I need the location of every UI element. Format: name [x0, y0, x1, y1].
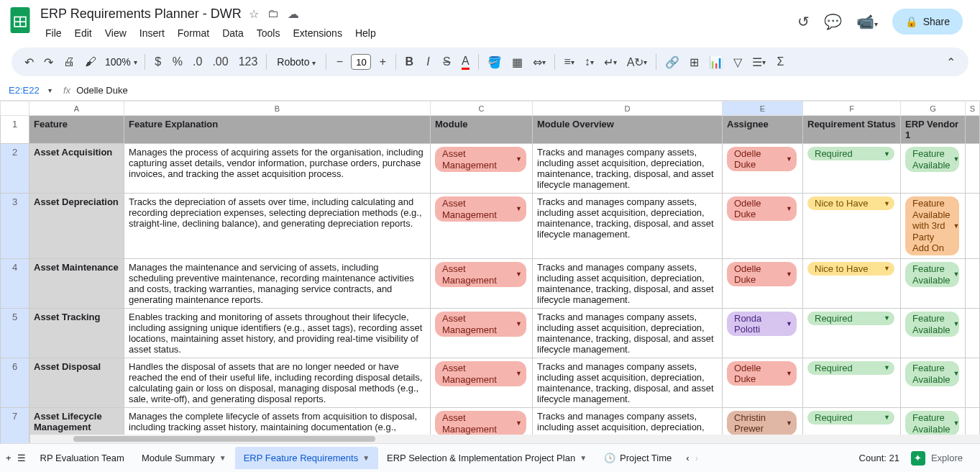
count-label[interactable]: Count: 21	[859, 453, 899, 463]
cell-status[interactable]: Nice to Have▼	[803, 258, 901, 308]
row-1[interactable]: 1	[1, 116, 29, 144]
undo-button[interactable]: ↶	[20, 51, 38, 73]
cell-assignee[interactable]: Ronda Polotti▼	[723, 308, 803, 358]
cell-feature[interactable]: Asset Depreciation	[29, 194, 124, 259]
status-chip[interactable]: Required▼	[807, 361, 894, 375]
decrease-decimal-button[interactable]: .0	[188, 51, 206, 73]
vendor-chip[interactable]: Feature Available▼	[905, 411, 959, 436]
menu-format[interactable]: Format	[173, 24, 214, 42]
cell-status[interactable]: Required▼	[803, 144, 901, 194]
col-e[interactable]: E	[723, 101, 803, 116]
halign-button[interactable]: ≡▾	[559, 51, 578, 73]
star-icon[interactable]: ☆	[249, 7, 259, 21]
sheet-tab[interactable]: ERP Feature Requirements▼	[235, 447, 378, 469]
move-icon[interactable]: 🗀	[267, 7, 279, 21]
assignee-chip[interactable]: Christin Prewer▼	[727, 411, 797, 435]
cell-status[interactable]: Nice to Have▼	[803, 194, 901, 259]
paint-format-button[interactable]: 🖌	[81, 51, 101, 73]
module-chip[interactable]: Asset Management▼	[435, 312, 526, 337]
merge-button[interactable]: ⇔▾	[528, 51, 550, 73]
history-icon[interactable]: ↺	[797, 13, 810, 30]
sheet-tab[interactable]: 🕓Project Time	[595, 447, 680, 469]
cell-module[interactable]: Asset Management▼	[431, 308, 533, 358]
col-a[interactable]: A	[29, 101, 124, 116]
cell-explain[interactable]: Enables tracking and monitoring of asset…	[124, 308, 431, 358]
cell-overview[interactable]: Tracks and manages company assets, inclu…	[533, 258, 723, 308]
status-chip[interactable]: Required▼	[807, 411, 894, 425]
col-h[interactable]: S	[966, 101, 980, 116]
more-formats-button[interactable]: 123	[234, 51, 262, 73]
wrap-button[interactable]: ↵▾	[600, 51, 621, 73]
cell-feature[interactable]: Asset Maintenance	[29, 258, 124, 308]
cell-feature[interactable]: Asset Tracking	[29, 308, 124, 358]
doc-title[interactable]: ERP Requirements Planner - DWR	[40, 6, 242, 22]
font-size-increase[interactable]: +	[374, 51, 391, 73]
assignee-chip[interactable]: Odelle Duke▼	[727, 262, 797, 286]
name-box[interactable]: E2:E22▾	[4, 83, 56, 97]
cell-overview[interactable]: Tracks and manages company assets, inclu…	[533, 358, 723, 407]
cell-explain[interactable]: Manages the maintenance and servicing of…	[124, 258, 431, 308]
italic-button[interactable]: I	[419, 51, 436, 73]
cell-status[interactable]: Required▼	[803, 308, 901, 358]
row-hdr[interactable]: 3	[1, 194, 29, 259]
cell-module[interactable]: Asset Management▼	[431, 358, 533, 407]
cell-status[interactable]: Required▼	[803, 358, 901, 407]
cell-vendor[interactable]: Feature Available with 3rd Party Add On▼	[901, 194, 966, 259]
header-overview[interactable]: Module Overview	[533, 116, 723, 144]
sheet-tab[interactable]: RP Evaluation Team	[32, 447, 133, 469]
vendor-chip[interactable]: Feature Available▼	[905, 147, 959, 172]
row-hdr[interactable]: 6	[1, 358, 29, 407]
header-feature[interactable]: Feature	[29, 116, 124, 144]
assignee-chip[interactable]: Odelle Duke▼	[727, 147, 797, 171]
fill-color-button[interactable]: 🪣	[483, 51, 506, 73]
col-d[interactable]: D	[533, 101, 723, 116]
scroll-tabs-left[interactable]: ‹	[686, 453, 689, 463]
menu-view[interactable]: View	[100, 24, 132, 42]
vendor-chip[interactable]: Feature Available▼	[905, 262, 959, 287]
meet-icon[interactable]: 📹▾	[856, 13, 878, 30]
percent-button[interactable]: %	[168, 51, 187, 73]
menu-help[interactable]: Help	[350, 24, 381, 42]
link-button[interactable]: 🔗	[661, 51, 684, 73]
row-hdr[interactable]: 2	[1, 144, 29, 194]
col-b[interactable]: B	[124, 101, 431, 116]
bold-button[interactable]: B	[400, 51, 418, 73]
sheets-logo[interactable]	[6, 6, 35, 35]
menu-file[interactable]: File	[40, 24, 67, 42]
cell-assignee[interactable]: Odelle Duke▼	[723, 144, 803, 194]
scroll-tabs-right[interactable]: ›	[695, 453, 698, 463]
header-assignee[interactable]: Assignee	[723, 116, 803, 144]
cell-assignee[interactable]: Odelle Duke▼	[723, 358, 803, 407]
cell-feature[interactable]: Asset Acquisition	[29, 144, 124, 194]
col-f[interactable]: F	[803, 101, 901, 116]
menu-extensions[interactable]: Extensions	[288, 24, 347, 42]
cell-assignee[interactable]: Odelle Duke▼	[723, 258, 803, 308]
menu-data[interactable]: Data	[217, 24, 249, 42]
rotate-button[interactable]: A↻▾	[623, 51, 652, 73]
horizontal-scrollbar[interactable]	[30, 435, 980, 443]
all-sheets-button[interactable]: ☰	[17, 453, 26, 463]
menu-tools[interactable]: Tools	[252, 24, 285, 42]
cell-module[interactable]: Asset Management▼	[431, 194, 533, 259]
cell-overview[interactable]: Tracks and manages company assets, inclu…	[533, 308, 723, 358]
cell-assignee[interactable]: Odelle Duke▼	[723, 194, 803, 259]
header-explain[interactable]: Feature Explanation	[124, 116, 431, 144]
filter-view-button[interactable]: ☰▾	[748, 51, 770, 73]
assignee-chip[interactable]: Odelle Duke▼	[727, 196, 797, 221]
zoom-select[interactable]: 100%▾	[102, 56, 140, 68]
filter-button[interactable]: ▽	[729, 51, 746, 73]
vendor-chip[interactable]: Feature Available▼	[905, 361, 959, 386]
functions-button[interactable]: Σ	[771, 51, 789, 73]
row-hdr[interactable]: 4	[1, 258, 29, 308]
font-size-decrease[interactable]: −	[331, 51, 348, 73]
explore-button[interactable]: ✦ Explore	[911, 451, 963, 466]
cell-explain[interactable]: Manages the process of acquiring assets …	[124, 144, 431, 194]
formula-bar[interactable]: Odelle Duke	[76, 85, 128, 96]
cell-overview[interactable]: Tracks and manages company assets, inclu…	[533, 144, 723, 194]
cell-overview[interactable]: Tracks and manages company assets, inclu…	[533, 194, 723, 259]
valign-button[interactable]: ↕▾	[580, 51, 598, 73]
chart-button[interactable]: 📊	[705, 51, 728, 73]
redo-button[interactable]: ↷	[40, 51, 58, 73]
sheet-tab[interactable]: Module Summary▼	[133, 447, 235, 469]
header-vendor[interactable]: ERP Vendor 1	[901, 116, 966, 144]
